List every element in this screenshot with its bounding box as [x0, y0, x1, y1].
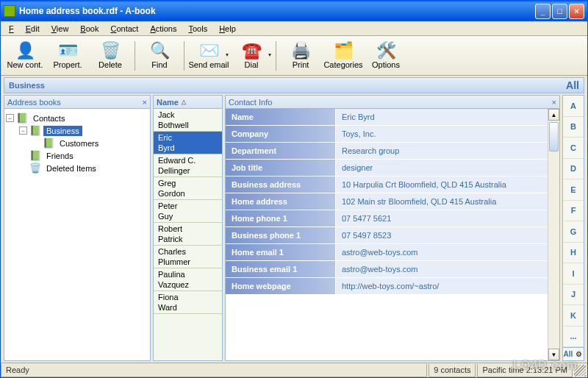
send-email-button[interactable]: ✉️Send email▾	[187, 38, 230, 74]
alpha-letter[interactable]: ...	[563, 327, 584, 348]
collapse-icon[interactable]: −	[6, 114, 14, 122]
info-value: 07 5477 5621	[336, 210, 548, 227]
names-panel: Name△ JackBothwellEricByrdEdward C.Delli…	[153, 95, 223, 361]
statusbar: Ready 9 contacts Pacific time 2:13:21 PM	[1, 363, 587, 377]
tree-node-friends[interactable]: 📗 Friends	[6, 149, 148, 162]
menu-tools[interactable]: Tools	[183, 23, 212, 35]
alpha-letter[interactable]: E	[563, 179, 584, 201]
info-label: Business phone 1	[226, 227, 336, 243]
status-count: 9 contacts	[429, 364, 476, 377]
info-row: CompanyToys, Inc.	[226, 126, 548, 143]
names-header[interactable]: Name△	[154, 96, 222, 109]
alpha-index: ABCDEFGHIJK...All⚙	[562, 95, 584, 361]
scrollbar[interactable]: ▲ ▼	[548, 109, 559, 360]
menu-edit[interactable]: Edit	[21, 23, 45, 35]
delete-button[interactable]: 🗑️Delete	[89, 38, 132, 74]
info-row: DepartmentResearch group	[226, 143, 548, 160]
info-row: Home webpagehttp://web-toys.com/~astro/	[226, 278, 548, 295]
list-item[interactable]: GregGordon	[154, 177, 222, 200]
minimize-button[interactable]: _	[535, 4, 551, 19]
trash-icon: 🗑️	[101, 43, 121, 59]
info-label: Business address	[226, 176, 336, 193]
new-contact-button[interactable]: 👤New cont.	[4, 38, 46, 74]
list-item[interactable]: FionaWard	[154, 291, 222, 314]
tree-node-contacts[interactable]: − 📗 Contacts	[6, 112, 148, 124]
alpha-letter[interactable]: A	[563, 96, 584, 117]
options-button[interactable]: 🛠️Options	[365, 38, 407, 74]
info-row: Home address102 Main str Bloomfield, QLD…	[226, 193, 548, 210]
find-button[interactable]: 🔍Find	[138, 38, 181, 74]
list-item[interactable]: JackBothwell	[154, 109, 222, 132]
info-value: http://web-toys.com/~astro/	[336, 278, 548, 294]
menu-file[interactable]: F	[4, 23, 19, 35]
list-item[interactable]: EricByrd	[154, 132, 222, 154]
tree-node-business[interactable]: − 📗 Business	[6, 124, 148, 137]
list-item[interactable]: PeterGuy	[154, 200, 222, 223]
close-icon[interactable]: ×	[143, 98, 147, 107]
menu-contact[interactable]: Contact	[105, 23, 143, 35]
info-value: astro@web-toys.com	[336, 261, 548, 277]
close-button[interactable]: ×	[569, 4, 584, 19]
chevron-down-icon[interactable]: ▾	[268, 51, 271, 58]
scroll-down-icon[interactable]: ▼	[548, 349, 559, 360]
window-title: Home address book.rdf - A-book	[19, 6, 535, 16]
panel-header: Address books ×	[4, 96, 150, 109]
scroll-thumb[interactable]	[549, 122, 559, 151]
menu-book[interactable]: Book	[75, 23, 104, 35]
alpha-letter[interactable]: C	[563, 138, 584, 159]
maximize-button[interactable]: □	[552, 4, 567, 19]
resize-grip[interactable]	[574, 365, 586, 377]
breadcrumb-bar: Business All	[4, 77, 584, 93]
dial-button[interactable]: ☎️Dial▾	[230, 38, 273, 74]
info-label: Department	[226, 143, 336, 159]
alpha-letter[interactable]: F	[563, 201, 584, 222]
info-label: Home address	[226, 193, 336, 210]
collapse-icon[interactable]: −	[19, 126, 27, 135]
alpha-letter[interactable]: H	[563, 243, 584, 264]
alpha-letter[interactable]: I	[563, 263, 584, 285]
list-item[interactable]: Edward C.Dellinger	[154, 154, 222, 177]
info-row: Business phone 107 5497 8523	[226, 227, 548, 244]
scroll-up-icon[interactable]: ▲	[548, 109, 559, 121]
book-icon: 📗	[29, 125, 41, 136]
book-icon: 📗	[43, 138, 54, 149]
info-label: Home webpage	[226, 278, 336, 294]
menu-actions[interactable]: Actions	[145, 23, 182, 35]
gear-icon[interactable]: ⚙	[573, 348, 584, 360]
tree: − 📗 Contacts − 📗 Business 📗 Customers 📗 …	[4, 109, 150, 177]
menu-help[interactable]: Help	[214, 23, 241, 35]
info-value: astro@web-toys.com	[336, 244, 548, 260]
close-icon[interactable]: ×	[552, 98, 556, 107]
list-icon: 🗂️	[334, 43, 354, 59]
alpha-letter[interactable]: D	[563, 159, 584, 180]
alpha-letter[interactable]: G	[563, 221, 584, 243]
info-value: 07 5497 8523	[336, 227, 548, 243]
info-value: Toys, Inc.	[336, 126, 548, 142]
list-item[interactable]: CharlesPlummer	[154, 246, 222, 268]
list-item[interactable]: RobertPatrick	[154, 223, 222, 246]
toolbar-separator	[135, 41, 135, 71]
print-button[interactable]: 🖨️Print	[279, 38, 322, 74]
list-item[interactable]: PaulinaVazquez	[154, 268, 222, 291]
alpha-all[interactable]: All	[563, 348, 573, 360]
alpha-letter[interactable]: J	[563, 285, 584, 306]
chevron-down-icon[interactable]: ▾	[226, 51, 229, 58]
menu-view[interactable]: View	[46, 23, 74, 35]
trash-icon: 🗑️	[29, 163, 41, 174]
tree-node-customers[interactable]: 📗 Customers	[6, 137, 148, 149]
alpha-letter[interactable]: K	[563, 305, 584, 327]
properties-button[interactable]: 🪪Propert.	[46, 38, 89, 74]
categories-button[interactable]: 🗂️Categories	[322, 38, 365, 74]
email-icon: ✉️	[199, 43, 219, 59]
toolbar-separator	[276, 41, 276, 71]
tree-node-deleted[interactable]: 🗑️ Deleted Items	[6, 162, 148, 174]
search-icon: 🔍	[150, 43, 170, 59]
book-icon: 📗	[16, 113, 28, 124]
filter-all[interactable]: All	[566, 79, 579, 91]
info-row: NameEric Byrd	[226, 109, 548, 126]
alpha-letter[interactable]: B	[563, 117, 584, 138]
status-ready: Ready	[1, 364, 427, 377]
menubar: F Edit View Book Contact Actions Tools H…	[1, 21, 587, 36]
info-value: Research group	[336, 143, 548, 159]
printer-icon: 🖨️	[291, 43, 311, 59]
